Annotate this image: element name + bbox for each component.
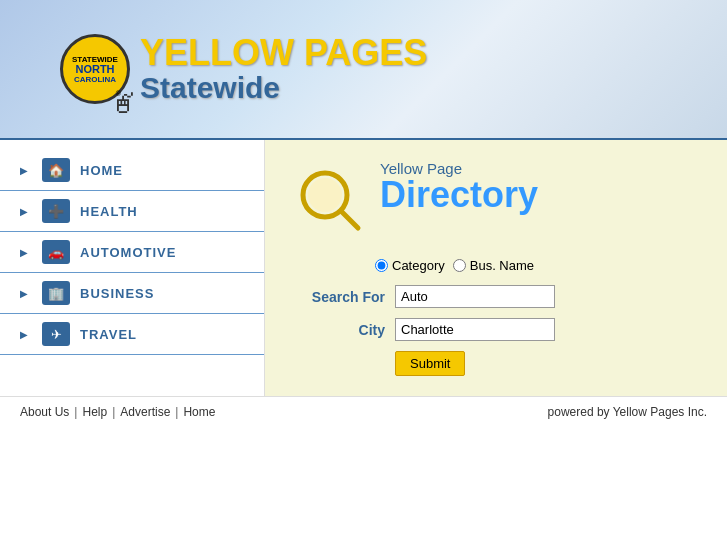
arrow-icon: ▶ — [20, 165, 28, 176]
radio-row: Category Bus. Name — [375, 258, 697, 273]
arrow-icon: ▶ — [20, 247, 28, 258]
badge-carolina: CAROLINA — [74, 75, 116, 84]
sidebar-item-label: BUSINESS — [80, 286, 154, 301]
powered-by: powered by Yellow Pages Inc. — [548, 405, 707, 419]
title-yellow-pages: YELLOW PAGES — [140, 35, 427, 71]
mouse-icon: 🖱 — [110, 87, 138, 120]
search-for-label: Search For — [295, 289, 385, 305]
sidebar-item-label: HOME — [80, 163, 123, 178]
travel-icon: ✈ — [42, 322, 70, 346]
arrow-icon: ▶ — [20, 288, 28, 299]
svg-point-1 — [308, 178, 342, 212]
magnifier-icon — [295, 165, 365, 243]
arrow-icon: ▶ — [20, 206, 28, 217]
sidebar-item-home[interactable]: ▶ 🏠 HOME — [0, 150, 264, 191]
arrow-icon: ▶ — [20, 329, 28, 340]
sidebar-item-label: HEALTH — [80, 204, 138, 219]
sidebar-item-business[interactable]: ▶ 🏢 BUSINESS — [0, 273, 264, 314]
city-row: City — [295, 318, 697, 341]
footer-link-about[interactable]: About Us — [20, 405, 69, 419]
right-panel: Yellow Page Directory Category Bus. Name… — [265, 140, 727, 396]
directory-header: Yellow Page Directory — [295, 160, 697, 243]
radio-busname-label[interactable]: Bus. Name — [453, 258, 534, 273]
footer-link-advertise[interactable]: Advertise — [120, 405, 170, 419]
radio-busname-text: Bus. Name — [470, 258, 534, 273]
city-label: City — [295, 322, 385, 338]
footer-links: About Us | Help | Advertise | Home — [20, 405, 215, 419]
radio-category-label[interactable]: Category — [375, 258, 445, 273]
footer: About Us | Help | Advertise | Home power… — [0, 396, 727, 427]
svg-line-2 — [341, 211, 358, 228]
radio-category-text: Category — [392, 258, 445, 273]
health-icon: ➕ — [42, 199, 70, 223]
sidebar-item-health[interactable]: ▶ ➕ HEALTH — [0, 191, 264, 232]
sidebar: ▶ 🏠 HOME ▶ ➕ HEALTH ▶ 🚗 AUTOMOTIVE ▶ 🏢 B… — [0, 140, 265, 396]
title-block: YELLOW PAGES Statewide — [140, 35, 427, 104]
main-content: ▶ 🏠 HOME ▶ ➕ HEALTH ▶ 🚗 AUTOMOTIVE ▶ 🏢 B… — [0, 140, 727, 396]
city-input[interactable] — [395, 318, 555, 341]
magnifier-svg — [295, 165, 365, 235]
footer-sep-1: | — [74, 405, 77, 419]
search-for-row: Search For — [295, 285, 697, 308]
footer-link-help[interactable]: Help — [82, 405, 107, 419]
header: Statewide NORTH CAROLINA ® YELLOW PAGES … — [0, 0, 727, 140]
footer-sep-2: | — [112, 405, 115, 419]
sidebar-item-label: AUTOMOTIVE — [80, 245, 176, 260]
radio-category[interactable] — [375, 259, 388, 272]
directory-title: Directory — [380, 177, 538, 213]
home-icon: 🏠 — [42, 158, 70, 182]
submit-button[interactable]: Submit — [395, 351, 465, 376]
title-statewide: Statewide — [140, 71, 427, 104]
footer-sep-3: | — [175, 405, 178, 419]
search-input[interactable] — [395, 285, 555, 308]
sidebar-item-label: TRAVEL — [80, 327, 137, 342]
sidebar-item-automotive[interactable]: ▶ 🚗 AUTOMOTIVE — [0, 232, 264, 273]
radio-busname[interactable] — [453, 259, 466, 272]
business-icon: 🏢 — [42, 281, 70, 305]
sidebar-item-travel[interactable]: ▶ ✈ TRAVEL — [0, 314, 264, 355]
search-form: Category Bus. Name Search For City Submi… — [295, 258, 697, 376]
directory-title-block: Yellow Page Directory — [380, 160, 538, 213]
automotive-icon: 🚗 — [42, 240, 70, 264]
badge-north: NORTH — [75, 64, 114, 75]
footer-link-home[interactable]: Home — [183, 405, 215, 419]
